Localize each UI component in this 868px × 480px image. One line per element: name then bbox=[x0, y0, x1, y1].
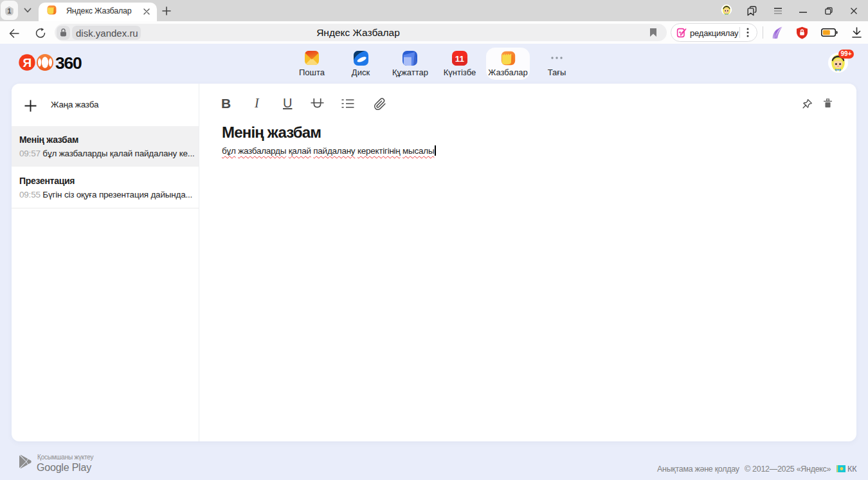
svg-text:Я: Я bbox=[23, 56, 32, 69]
svg-text:360: 360 bbox=[55, 54, 82, 71]
svg-text:1: 1 bbox=[8, 7, 12, 15]
svg-text:11: 11 bbox=[455, 54, 465, 64]
